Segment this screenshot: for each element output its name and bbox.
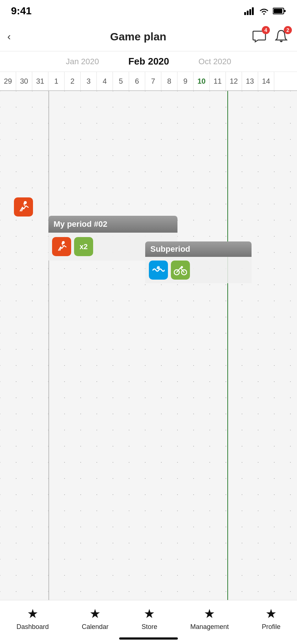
nav-calendar-label: Calendar	[82, 623, 109, 631]
current-month[interactable]: Feb 2020	[128, 56, 169, 67]
nav-store-label: Store	[142, 623, 157, 631]
run-icon-2	[56, 241, 67, 252]
nav-management[interactable]: ★ Management	[190, 606, 229, 631]
page-title: Game plan	[110, 30, 166, 43]
period-title: My period #02	[54, 219, 107, 229]
battery-icon	[273, 7, 286, 15]
day-cell-30[interactable]: 30	[16, 72, 32, 90]
bell-button[interactable]: 2	[273, 28, 290, 45]
period-multiplier-badge: x2	[74, 237, 93, 256]
day-cell-8[interactable]: 8	[161, 72, 177, 90]
back-button[interactable]: ‹	[7, 31, 26, 43]
status-bar: 9:41	[0, 0, 297, 22]
next-month[interactable]: Oct 2020	[198, 57, 231, 66]
management-star-icon: ★	[204, 606, 215, 621]
day-cell-9[interactable]: 9	[177, 72, 194, 90]
swim-icon[interactable]	[149, 261, 168, 280]
nav-profile-label: Profile	[262, 623, 280, 631]
day-cell-12[interactable]: 12	[226, 72, 242, 90]
chat-badge: 4	[262, 26, 270, 34]
status-time: 9:41	[11, 5, 32, 17]
svg-rect-0	[244, 12, 246, 15]
svg-rect-2	[249, 9, 251, 15]
day-cell-31[interactable]: 31	[32, 72, 48, 90]
run-icon	[17, 201, 30, 213]
left-boundary-line	[48, 91, 49, 600]
day-cell-14[interactable]: 14	[258, 72, 274, 90]
day-header: 2930311234567891011121314	[0, 72, 297, 91]
period-run-icon[interactable]	[52, 237, 71, 256]
dashboard-star-icon: ★	[27, 606, 38, 621]
day-cell-7[interactable]: 7	[145, 72, 161, 90]
header: ‹ Game plan 4 2	[0, 22, 297, 51]
period-header: My period #02	[48, 216, 177, 233]
subperiod-title: Subperiod	[150, 244, 190, 254]
month-selector: Jan 2020 Feb 2020 Oct 2020	[0, 51, 297, 72]
svg-rect-1	[247, 11, 249, 15]
day-cell-13[interactable]: 13	[242, 72, 258, 90]
grid-background	[0, 91, 297, 600]
signal-icon	[244, 7, 255, 15]
calendar-star-icon: ★	[89, 606, 100, 621]
subperiod-header: Subperiod	[145, 241, 252, 257]
day-cell-2[interactable]: 2	[65, 72, 81, 90]
nav-profile[interactable]: ★ Profile	[262, 606, 280, 631]
svg-rect-5	[274, 9, 282, 13]
svg-rect-3	[252, 7, 254, 15]
calendar-body[interactable]: My period #02 x2 Subperiod	[0, 91, 297, 600]
day-cell-29[interactable]: 29	[0, 72, 16, 90]
svg-rect-6	[284, 10, 286, 12]
store-star-icon: ★	[144, 606, 155, 621]
nav-management-label: Management	[190, 623, 229, 631]
swimming-icon	[152, 265, 165, 275]
nav-calendar[interactable]: ★ Calendar	[82, 606, 109, 631]
day-cell-5[interactable]: 5	[113, 72, 129, 90]
nav-dashboard-label: Dashboard	[16, 623, 49, 631]
standalone-activity-icon[interactable]	[14, 197, 33, 217]
nav-dashboard[interactable]: ★ Dashboard	[16, 606, 49, 631]
chat-button[interactable]: 4	[251, 28, 268, 45]
prev-month[interactable]: Jan 2020	[66, 57, 99, 66]
day-cell-11[interactable]: 11	[210, 72, 226, 90]
subperiod-block[interactable]: Subperiod	[145, 241, 252, 283]
home-indicator	[119, 637, 178, 640]
status-icons	[244, 7, 286, 15]
day-cell-10[interactable]: 10	[194, 72, 210, 90]
bike-icon[interactable]	[171, 261, 190, 280]
day-cell-6[interactable]: 6	[129, 72, 145, 90]
bell-badge: 2	[284, 26, 292, 34]
day-cell-4[interactable]: 4	[97, 72, 113, 90]
header-actions: 4 2	[251, 28, 290, 45]
wifi-icon	[259, 7, 269, 15]
subperiod-body	[145, 257, 252, 283]
cycling-icon	[174, 264, 187, 276]
day-cell-1[interactable]: 1	[48, 72, 65, 90]
day-cell-3[interactable]: 3	[81, 72, 97, 90]
today-line	[227, 91, 228, 600]
nav-store[interactable]: ★ Store	[142, 606, 157, 631]
profile-star-icon: ★	[265, 606, 276, 621]
